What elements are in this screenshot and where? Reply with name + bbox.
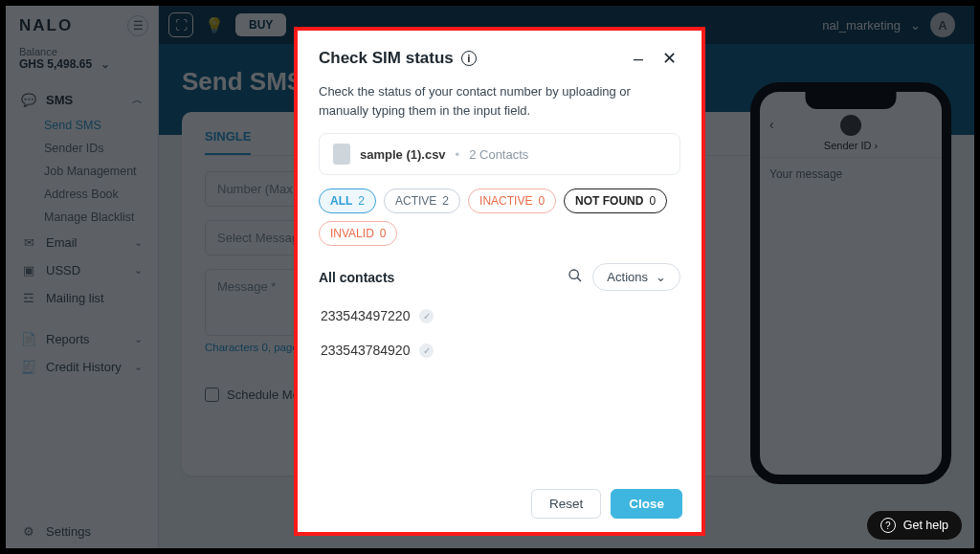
contacts-heading: All contacts: [319, 270, 394, 285]
contact-number: 233543784920: [321, 343, 410, 358]
contact-number: 233543497220: [321, 308, 410, 323]
modal-description: Check the status of your contact number …: [298, 77, 702, 133]
check-sim-modal: Check SIM status i – ✕ Check the status …: [294, 27, 705, 536]
info-icon[interactable]: i: [461, 51, 477, 66]
question-icon: ?: [880, 518, 896, 533]
file-name: sample (1).csv: [360, 147, 446, 162]
contact-row[interactable]: 233543497220 ✓: [298, 299, 702, 333]
filter-row: ALL2 ACTIVE2 INACTIVE0 NOT FOUND0 INVALI…: [298, 188, 702, 255]
close-button[interactable]: Close: [611, 489, 682, 519]
get-help-button[interactable]: ? Get help: [867, 511, 962, 540]
file-pill[interactable]: sample (1).csv • 2 Contacts: [319, 133, 680, 175]
search-icon[interactable]: [568, 268, 583, 286]
filter-notfound[interactable]: NOT FOUND0: [564, 188, 667, 213]
dot-icon: •: [456, 147, 460, 162]
reset-button[interactable]: Reset: [531, 489, 601, 519]
filter-active[interactable]: ACTIVE2: [384, 188, 460, 213]
svg-point-0: [569, 270, 578, 278]
file-icon: [333, 144, 350, 165]
file-count: 2 Contacts: [469, 147, 528, 162]
check-icon: ✓: [419, 309, 434, 323]
contact-row[interactable]: 233543784920 ✓: [298, 333, 702, 367]
close-icon[interactable]: ✕: [657, 48, 680, 69]
chevron-down-icon: ⌄: [656, 270, 666, 284]
minimize-icon[interactable]: –: [627, 49, 650, 69]
svg-line-1: [577, 277, 581, 281]
filter-invalid[interactable]: INVALID0: [319, 221, 397, 246]
filter-inactive[interactable]: INACTIVE0: [468, 188, 556, 213]
check-icon: ✓: [419, 343, 434, 358]
filter-all[interactable]: ALL2: [319, 188, 376, 213]
actions-dropdown[interactable]: Actions⌄: [592, 263, 680, 291]
modal-title: Check SIM status: [319, 49, 454, 68]
